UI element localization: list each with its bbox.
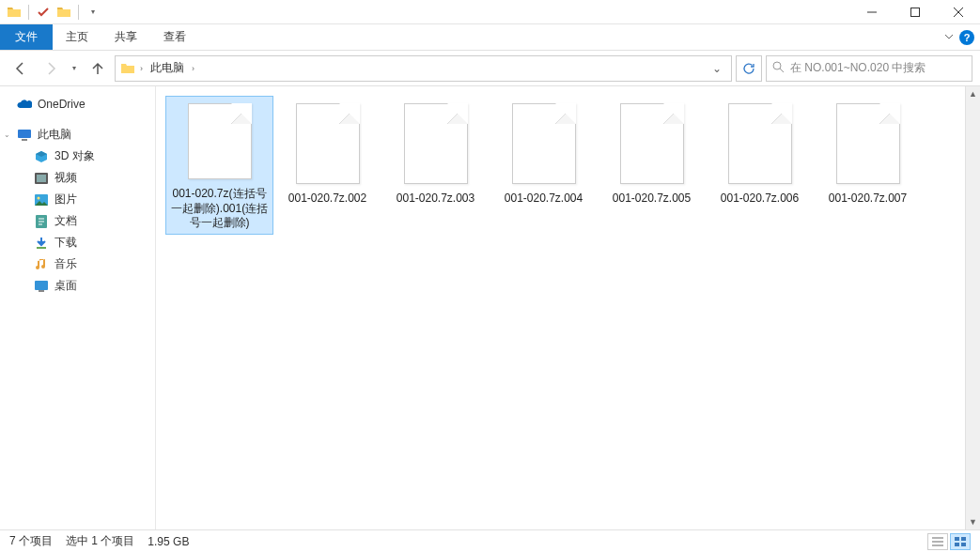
maximize-button[interactable] — [894, 0, 937, 24]
video-icon — [34, 171, 49, 186]
sidebar-item-onedrive[interactable]: OneDrive — [0, 94, 155, 115]
window-controls — [850, 0, 980, 24]
svg-point-7 — [38, 196, 40, 199]
file-icon — [404, 103, 468, 184]
address-dropdown-icon[interactable]: ⌄ — [707, 62, 727, 75]
status-size: 1.95 GB — [148, 535, 189, 548]
documents-icon — [34, 214, 49, 229]
scroll-up-icon[interactable]: ▲ — [966, 86, 980, 101]
refresh-button[interactable] — [736, 55, 762, 82]
file-item[interactable]: 001-020.7z.006 — [706, 96, 814, 235]
svg-rect-0 — [911, 8, 920, 16]
view-details-button[interactable] — [927, 533, 948, 550]
svg-rect-14 — [961, 543, 966, 546]
file-icon — [620, 103, 684, 184]
file-tab[interactable]: 文件 — [0, 24, 53, 50]
sidebar: OneDrive ⌄ 此电脑 3D 对象 视频 图片 文档 下载 — [0, 86, 156, 529]
help-icon[interactable]: ? — [959, 30, 974, 45]
status-selection: 选中 1 个项目 — [66, 533, 134, 549]
sidebar-item-videos[interactable]: 视频 — [0, 167, 155, 189]
ribbon: 文件 主页 共享 查看 ? — [0, 24, 980, 51]
music-icon — [34, 257, 49, 272]
svg-rect-11 — [955, 537, 959, 541]
file-item[interactable]: 001-020.7z.005 — [598, 96, 706, 235]
svg-rect-9 — [35, 281, 48, 290]
file-icon — [296, 103, 360, 184]
file-name: 001-020.7z(连括号一起删除).001(连括号一起删除) — [169, 187, 270, 231]
sidebar-item-pictures[interactable]: 图片 — [0, 189, 155, 210]
desktop-icon — [34, 279, 49, 294]
sidebar-item-3d[interactable]: 3D 对象 — [0, 146, 155, 167]
sidebar-item-label: 视频 — [54, 170, 77, 186]
chevron-down-icon[interactable] — [944, 31, 954, 44]
sidebar-item-desktop[interactable]: 桌面 — [0, 275, 155, 297]
tab-view[interactable]: 查看 — [150, 24, 199, 50]
tab-home[interactable]: 主页 — [53, 24, 101, 50]
search-input[interactable]: 在 NO.001~NO.020 中搜索 — [766, 55, 972, 82]
close-button[interactable] — [937, 0, 980, 24]
up-button[interactable] — [85, 55, 111, 82]
onedrive-icon — [17, 97, 32, 112]
file-name: 001-020.7z.007 — [829, 192, 907, 207]
sidebar-item-label: 下载 — [54, 235, 77, 251]
sidebar-item-music[interactable]: 音乐 — [0, 253, 155, 275]
file-icon — [836, 103, 900, 184]
scroll-track[interactable] — [966, 101, 980, 514]
separator — [78, 5, 79, 20]
svg-rect-12 — [961, 537, 966, 541]
sidebar-item-label: 音乐 — [54, 256, 77, 272]
separator — [28, 5, 29, 20]
back-button[interactable] — [8, 55, 34, 82]
status-bar: 7 个项目 选中 1 个项目 1.95 GB — [0, 529, 980, 552]
file-item[interactable]: 001-020.7z.004 — [490, 96, 598, 235]
svg-rect-3 — [22, 139, 27, 141]
sidebar-item-label: 文档 — [54, 213, 77, 229]
sidebar-item-documents[interactable]: 文档 — [0, 210, 155, 232]
svg-rect-13 — [955, 543, 959, 546]
scrollbar-vertical[interactable]: ▲ ▼ — [965, 86, 980, 529]
qat: ▾ — [0, 4, 101, 21]
file-name: 001-020.7z.002 — [288, 192, 366, 207]
search-placeholder: 在 NO.001~NO.020 中搜索 — [790, 60, 926, 76]
file-icon — [188, 103, 252, 179]
file-item[interactable]: 001-020.7z(连括号一起删除).001(连括号一起删除) — [165, 96, 273, 235]
titlebar: ▾ — [0, 0, 980, 24]
address-box[interactable]: › 此电脑 › ⌄ — [115, 55, 732, 82]
file-item[interactable]: 001-020.7z.003 — [381, 96, 490, 235]
recent-dropdown[interactable]: ▾ — [68, 55, 81, 82]
folder-icon-2[interactable] — [55, 4, 72, 21]
chevron-right-icon[interactable]: › — [140, 64, 143, 73]
folder-icon[interactable] — [6, 4, 23, 21]
breadcrumb-item[interactable]: 此电脑 — [147, 60, 188, 76]
downloads-icon — [34, 236, 49, 251]
collapse-icon[interactable]: ⌄ — [4, 130, 13, 139]
forward-button[interactable] — [38, 55, 64, 82]
scroll-down-icon[interactable]: ▼ — [966, 514, 980, 529]
file-icon — [512, 103, 576, 184]
view-icons-button[interactable] — [950, 533, 971, 550]
3d-icon — [34, 149, 49, 164]
checkmark-icon[interactable] — [35, 4, 52, 21]
file-list[interactable]: 001-020.7z(连括号一起删除).001(连括号一起删除) 001-020… — [156, 86, 965, 529]
file-item[interactable]: 001-020.7z.002 — [273, 96, 381, 235]
file-item[interactable]: 001-020.7z.007 — [814, 96, 922, 235]
sidebar-item-label: OneDrive — [38, 98, 86, 111]
search-icon — [772, 61, 785, 76]
sidebar-item-downloads[interactable]: 下载 — [0, 232, 155, 253]
sidebar-item-label: 图片 — [54, 192, 77, 207]
address-bar: ▾ › 此电脑 › ⌄ 在 NO.001~NO.020 中搜索 — [0, 51, 980, 86]
minimize-button[interactable] — [850, 0, 894, 24]
sidebar-item-thispc[interactable]: ⌄ 此电脑 — [0, 124, 155, 146]
main: OneDrive ⌄ 此电脑 3D 对象 视频 图片 文档 下载 — [0, 86, 980, 529]
svg-point-1 — [773, 62, 781, 69]
qat-dropdown-icon[interactable]: ▾ — [85, 4, 101, 21]
tab-share[interactable]: 共享 — [101, 24, 150, 50]
svg-rect-5 — [37, 175, 46, 182]
file-name: 001-020.7z.004 — [505, 192, 583, 207]
status-count: 7 个项目 — [9, 533, 53, 549]
pictures-icon — [34, 192, 49, 207]
file-name: 001-020.7z.005 — [613, 192, 691, 207]
chevron-right-icon[interactable]: › — [192, 64, 194, 73]
pc-icon — [17, 128, 32, 143]
sidebar-item-label: 3D 对象 — [54, 148, 95, 164]
